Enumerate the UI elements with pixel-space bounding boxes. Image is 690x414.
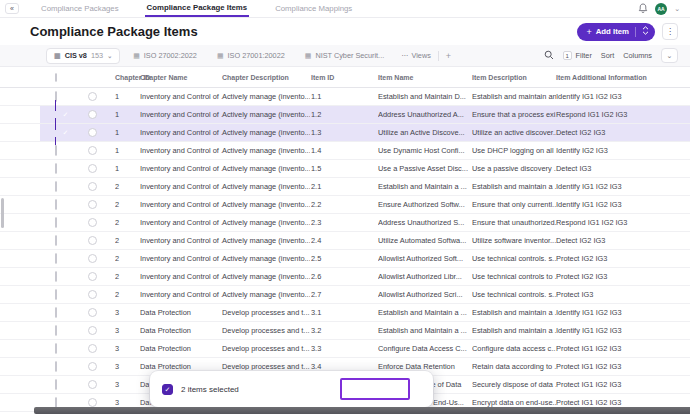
row-checkbox[interactable]	[55, 163, 57, 174]
cell-chapter-id[interactable]: 1	[108, 146, 140, 155]
row-checkbox[interactable]	[55, 307, 57, 318]
add-item-button[interactable]: + Add Item	[577, 23, 655, 41]
cell-item-id[interactable]: 1.1	[310, 92, 378, 101]
cell-item-description[interactable]: Encrypt data on end-use...	[472, 398, 556, 407]
table-row[interactable]: 2 Inventory and Control of ... Actively …	[0, 268, 690, 286]
comment-icon[interactable]	[88, 380, 97, 389]
tab-compliance-mappings[interactable]: Compliance Mappings	[273, 0, 354, 17]
table-row[interactable]: 2 Inventory and Control of ... Actively …	[0, 250, 690, 268]
row-checkbox[interactable]	[55, 289, 57, 300]
row-checkbox[interactable]	[55, 325, 57, 336]
comment-icon[interactable]	[88, 200, 97, 209]
view-tab-iso-27002[interactable]: ▦ ISO 27002:2022	[126, 48, 204, 64]
add-item-dropdown-icon[interactable]	[642, 26, 649, 37]
cell-item-id[interactable]: 1.4	[310, 146, 378, 155]
row-checkbox[interactable]	[55, 217, 57, 228]
cell-item-id[interactable]: 3.2	[310, 326, 378, 335]
cell-chapter-name[interactable]: Inventory and Control of ...	[140, 146, 222, 155]
row-checkbox[interactable]	[55, 253, 57, 264]
cell-chapter-id[interactable]: 2	[108, 200, 140, 209]
cell-chapter-id[interactable]: 2	[108, 218, 140, 227]
cell-item-additional-information[interactable]: Identify IG1 IG2 IG3	[556, 200, 690, 209]
cell-item-description[interactable]: Retain data according to ...	[472, 362, 556, 371]
row-height-dropdown-button[interactable]: ⌄	[661, 48, 678, 63]
comment-icon[interactable]	[88, 146, 97, 155]
cell-item-additional-information[interactable]: Protect IG3	[556, 290, 690, 299]
cell-chapter-name[interactable]: Data Protection	[140, 362, 222, 371]
cell-chapter-description[interactable]: Actively manage (invento...	[222, 200, 310, 209]
views-menu-button[interactable]: ⋯ Views	[401, 51, 431, 60]
cell-item-id[interactable]: 2.5	[310, 254, 378, 263]
cell-chapter-id[interactable]: 2	[108, 254, 140, 263]
cell-item-id[interactable]: 2.3	[310, 218, 378, 227]
cell-item-name[interactable]: Address Unauthorized A...	[378, 110, 472, 119]
cell-chapter-id[interactable]: 3	[108, 380, 140, 389]
comment-icon[interactable]	[88, 128, 97, 137]
cell-item-id[interactable]: 1.2	[310, 110, 378, 119]
cell-chapter-name[interactable]: Inventory and Control of ...	[140, 272, 222, 281]
cell-item-id[interactable]: 2.4	[310, 236, 378, 245]
cell-item-name[interactable]: Use Dynamic Host Confi...	[378, 146, 472, 155]
cell-item-description[interactable]: Use technical controls. s...	[472, 290, 556, 299]
cell-chapter-description[interactable]: Actively manage (invento...	[222, 92, 310, 101]
comment-icon[interactable]	[88, 344, 97, 353]
cell-chapter-name[interactable]: Inventory and Control of ...	[140, 218, 222, 227]
cell-item-id[interactable]: 1.3	[310, 128, 378, 137]
cell-item-name[interactable]: Enforce Data Retention	[378, 362, 472, 371]
cell-item-id[interactable]: 2.1	[310, 182, 378, 191]
column-header-chapter-description[interactable]: Chapter Description	[222, 74, 310, 81]
cell-item-description[interactable]: Establish and maintain a ...	[472, 308, 556, 317]
cell-item-id[interactable]: 3.4	[310, 362, 378, 371]
cell-item-additional-information[interactable]: Respond IG1 IG2 IG3	[556, 218, 690, 227]
columns-button[interactable]: Columns	[623, 51, 652, 60]
cell-chapter-description[interactable]: Actively manage (invento...	[222, 128, 310, 137]
cell-chapter-name[interactable]: Inventory and Control of ...	[140, 290, 222, 299]
cell-chapter-id[interactable]: 3	[108, 362, 140, 371]
cell-item-id[interactable]: 3.3	[310, 344, 378, 353]
cell-chapter-description[interactable]: Develop processes and t...	[222, 326, 310, 335]
column-header-chapter-name[interactable]: Chapter Name	[140, 74, 222, 81]
cell-chapter-id[interactable]: 1	[108, 110, 140, 119]
cell-item-name[interactable]: Establish and Maintain D...	[378, 92, 472, 101]
comment-icon[interactable]	[88, 308, 97, 317]
cell-item-description[interactable]: Ensure that unauthorized...	[472, 218, 556, 227]
cell-chapter-id[interactable]: 3	[108, 398, 140, 407]
cell-item-name[interactable]: Establish and Maintain a ...	[378, 308, 472, 317]
tab-compliance-packages[interactable]: Compliance Packages	[39, 0, 121, 17]
cell-chapter-id[interactable]: 2	[108, 272, 140, 281]
cell-item-additional-information[interactable]: Protect IG1 IG2 IG3	[556, 344, 690, 353]
row-checkbox[interactable]	[55, 145, 57, 156]
comment-icon[interactable]	[88, 236, 97, 245]
cell-chapter-id[interactable]: 1	[108, 128, 140, 137]
cell-chapter-description[interactable]: Develop processes and t...	[222, 344, 310, 353]
cell-item-description[interactable]: Use technical controls to ...	[472, 272, 556, 281]
cell-item-additional-information[interactable]: Protect IG2 IG3	[556, 272, 690, 281]
cell-chapter-description[interactable]: Actively manage (invento...	[222, 272, 310, 281]
cell-chapter-description[interactable]: Actively manage (invento...	[222, 236, 310, 245]
cell-chapter-id[interactable]: 1	[108, 92, 140, 101]
row-checkbox[interactable]	[55, 343, 57, 354]
tab-compliance-package-items[interactable]: Compliance Package Items	[145, 0, 250, 17]
comment-icon[interactable]	[88, 218, 97, 227]
cell-item-description[interactable]: Utilize an active discover...	[472, 128, 556, 137]
filter-button[interactable]: 1 Filter	[563, 51, 592, 60]
comment-icon[interactable]	[88, 326, 97, 335]
cell-item-additional-information[interactable]: Protect IG1 IG2 IG3	[556, 380, 690, 389]
comment-icon[interactable]	[88, 92, 97, 101]
cell-item-name[interactable]: Allowlist Authorized Libr...	[378, 272, 472, 281]
select-all-checkbox[interactable]	[55, 73, 57, 82]
vertical-scrollbar-thumb[interactable]	[1, 198, 4, 228]
column-header-item-name[interactable]: Item Name	[378, 74, 472, 81]
column-header-item-additional-information[interactable]: Item Additional Information	[556, 74, 690, 81]
cell-chapter-name[interactable]: Inventory and Control of ...	[140, 128, 222, 137]
cell-item-additional-information[interactable]: Identify IG1 IG2 IG3	[556, 182, 690, 191]
view-tab-cis-v8[interactable]: ▦ CIS v8 153 ⌄	[46, 48, 120, 64]
add-view-button[interactable]: +	[446, 51, 451, 61]
cell-chapter-id[interactable]: 1	[108, 164, 140, 173]
cell-chapter-id[interactable]: 3	[108, 326, 140, 335]
cell-item-id[interactable]: 1.5	[310, 164, 378, 173]
cell-item-additional-information[interactable]: Detect IG2 IG3	[556, 236, 690, 245]
cell-chapter-description[interactable]: Actively manage (invento...	[222, 254, 310, 263]
view-tab-nist[interactable]: ▦ NIST Cyber Securit...	[298, 48, 391, 64]
comment-icon[interactable]	[88, 272, 97, 281]
